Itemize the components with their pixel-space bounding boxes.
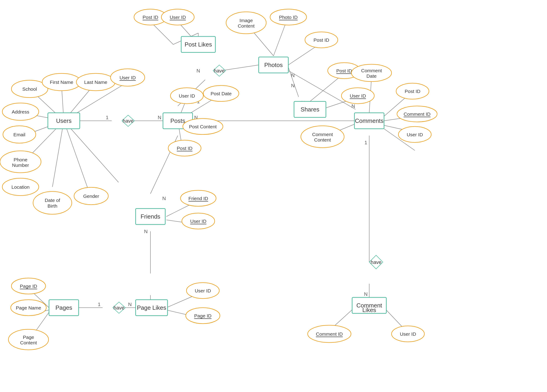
svg-text:N: N	[197, 68, 200, 74]
attr-pagecontent-label: Page	[23, 335, 34, 340]
attr-pageid-label: Page ID	[20, 283, 37, 289]
rel-posts-photos-label: have	[214, 68, 225, 74]
attr-school-label: School	[22, 86, 37, 92]
entity-photos-label: Photos	[264, 62, 283, 68]
rel-pages-pagelikes-label: have	[114, 305, 124, 311]
attr-postid-postlikes-label: Post ID	[143, 14, 158, 20]
svg-text:N: N	[144, 229, 148, 234]
attr-postdate-label: Post Date	[211, 91, 232, 96]
attr-postid-shares-label: Post ID	[336, 68, 352, 73]
attr-postid-photos-label: Post ID	[314, 37, 329, 43]
attr-dob-label2: Birth	[48, 203, 57, 208]
attr-pagename-label: Page Name	[16, 305, 41, 310]
attr-imagecontent-label2: Content	[238, 23, 255, 28]
attr-location-label: Location	[11, 184, 29, 190]
svg-line-9	[64, 121, 118, 182]
attr-userid-postlikes-label: User ID	[170, 14, 186, 20]
svg-text:N: N	[291, 83, 295, 89]
attr-userid-users-label: User ID	[119, 75, 136, 80]
svg-text:1: 1	[98, 302, 101, 307]
attr-userid-posts-label: User ID	[179, 93, 195, 98]
attr-firstname-label: First Name	[50, 80, 73, 85]
attr-commentid-commentlikes-label: Comment ID	[316, 331, 343, 337]
svg-text:N: N	[158, 115, 161, 120]
attr-postcontent-label: Post Content	[189, 124, 217, 129]
attr-commentcontent-label: Comment	[312, 132, 333, 137]
svg-text:N: N	[128, 302, 132, 307]
svg-text:N: N	[291, 72, 295, 78]
svg-line-27	[310, 75, 342, 101]
attr-commentdate-label2: Date	[367, 73, 376, 79]
svg-line-18	[221, 65, 259, 71]
attr-friendid-label: Friend ID	[189, 196, 208, 201]
attr-address-label: Address	[12, 109, 29, 114]
entity-friends-label: Friends	[141, 213, 160, 220]
attr-pagecontent-label2: Content	[20, 340, 37, 345]
entity-pages-label: Pages	[55, 304, 72, 311]
attr-dob	[33, 192, 72, 214]
attr-userid-shares-label: User ID	[350, 93, 366, 98]
attr-phonenumber-label: Phone	[14, 157, 27, 162]
svg-line-25	[288, 44, 319, 65]
svg-text:N: N	[364, 291, 368, 297]
attr-photoid-label: Photo ID	[279, 14, 298, 20]
entity-posts-label: Posts	[170, 117, 185, 124]
svg-text:1: 1	[364, 140, 367, 145]
attr-gender-label: Gender	[83, 193, 99, 199]
attr-userid-friends-label: User ID	[190, 219, 206, 224]
svg-text:N: N	[351, 103, 355, 109]
attr-commentcontent-label2: Content	[314, 137, 331, 142]
er-diagram: 1 N 1 N N N N N N N N 1 N 1 N Users Post…	[0, 0, 547, 392]
svg-line-8	[64, 121, 89, 192]
attr-userid-commentlikes-label: User ID	[400, 331, 416, 337]
attr-pageid-pagelikes-label: Page ID	[194, 313, 212, 318]
attr-phonenumber-label2: Number	[12, 163, 29, 168]
entity-page-likes-label: Page Likes	[137, 304, 166, 311]
rel-comments-commentlikes-label: have	[371, 259, 382, 265]
entity-shares-label: Shares	[301, 106, 319, 113]
entity-comments-label: Comments	[355, 117, 383, 124]
attr-postid-posts-label: Post ID	[177, 146, 193, 151]
attr-imagecontent-label: Image	[239, 18, 253, 23]
attr-lastname-label: Last Name	[84, 80, 107, 85]
rel-users-posts-label: have	[123, 118, 134, 124]
attr-dob-label: Date of	[45, 198, 60, 203]
attr-userid-pagelikes-label: User ID	[195, 288, 211, 293]
svg-text:N: N	[162, 196, 166, 201]
attr-commentdate-label: Comment	[361, 68, 382, 73]
attr-postid-comments-label: Post ID	[405, 89, 421, 94]
attr-commentid-comments-label: Comment ID	[404, 111, 431, 117]
attr-email-label: Email	[14, 132, 26, 137]
entity-comment-likes-label2: Likes	[362, 307, 376, 313]
entity-users-label: Users	[56, 117, 72, 124]
attr-userid-comments-label: User ID	[407, 132, 423, 137]
svg-text:1: 1	[106, 115, 109, 120]
entity-post-likes-label: Post Likes	[185, 41, 212, 48]
